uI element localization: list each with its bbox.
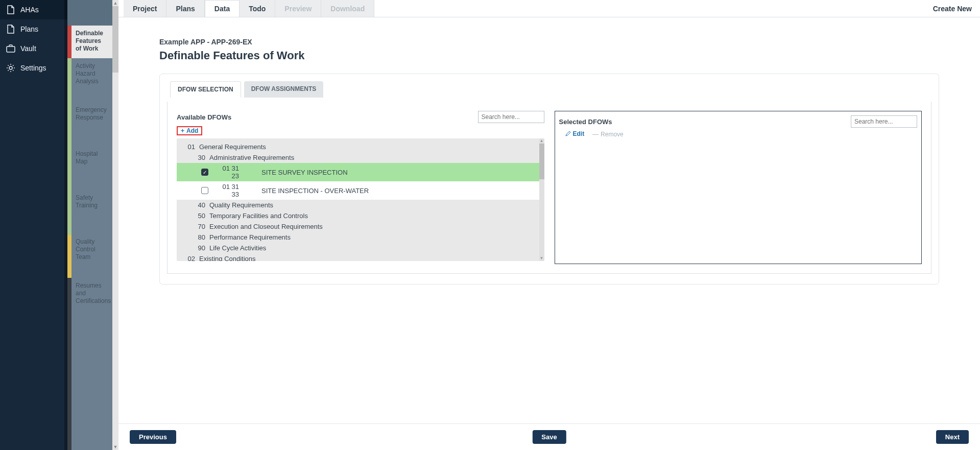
selected-search-input[interactable] xyxy=(851,115,917,128)
tree-row[interactable]: 01 31 33SITE INSPECTION - OVER-WATER xyxy=(177,181,544,200)
checkbox-icon[interactable] xyxy=(201,187,208,194)
tree-scrollbar[interactable]: ▲ ▼ xyxy=(539,138,544,261)
strip-top-accent xyxy=(71,0,112,26)
strip-item-label: Quality Control Team xyxy=(76,238,108,261)
strip-item-qc[interactable]: Quality Control Team xyxy=(71,234,112,278)
tree-code: 02 xyxy=(180,255,195,261)
tree-label: Quality Requirements xyxy=(209,201,273,209)
tree-row[interactable]: 30Administrative Requirements xyxy=(177,152,544,163)
selected-column: Selected DFOWs Edit — xyxy=(555,111,922,264)
strip-color-bar xyxy=(67,0,71,450)
tree-row[interactable]: ✓01 31 23SITE SURVEY INSPECTION xyxy=(177,163,544,181)
tab-label: Project xyxy=(133,5,157,13)
subtab-selection[interactable]: DFOW SELECTION xyxy=(170,81,241,98)
tree-label: General Requirements xyxy=(199,143,266,151)
nav-label: Vault xyxy=(20,44,36,53)
strip-item-label: Safety Training xyxy=(76,194,108,209)
scroll-thumb[interactable] xyxy=(539,144,544,179)
content-scroll: Example APP - APP-269-EX Definable Featu… xyxy=(118,17,980,423)
strip-item-resumes[interactable]: Resumes and Certifications xyxy=(71,278,112,322)
tab-plans[interactable]: Plans xyxy=(166,0,204,17)
nav-item-ahas[interactable]: AHAs xyxy=(0,0,67,19)
selected-title: Selected DFOWs xyxy=(559,118,612,126)
tab-label: Data xyxy=(214,5,230,13)
tab-label: Preview xyxy=(284,5,312,13)
plus-icon: + xyxy=(181,127,184,134)
subtab-assignments[interactable]: DFOW ASSIGNMENTS xyxy=(244,81,324,98)
main-area: Project Plans Data Todo Preview Download… xyxy=(118,0,980,450)
strip-item-label: Activity Hazard Analysis xyxy=(76,62,108,85)
scroll-up-icon[interactable]: ▲ xyxy=(112,0,118,6)
svg-point-1 xyxy=(9,66,12,69)
tab-download: Download xyxy=(321,0,374,17)
nav-label: Settings xyxy=(20,64,46,72)
strip-item-label: Emergency Response xyxy=(76,106,108,122)
nav-item-settings[interactable]: Settings xyxy=(0,58,67,78)
tree-code: 40 xyxy=(190,201,205,209)
add-label: Add xyxy=(186,127,198,134)
tab-label: Todo xyxy=(249,5,266,13)
strip-scrollbar[interactable]: ▲ ▼ xyxy=(112,0,118,450)
breadcrumb: Example APP - APP-269-EX xyxy=(159,38,939,46)
tree-row[interactable]: 70Execution and Closeout Requirements xyxy=(177,221,544,232)
remove-button: — Remove xyxy=(592,131,624,138)
tree-label: SITE SURVEY INSPECTION xyxy=(261,169,348,176)
edit-button[interactable]: Edit xyxy=(565,130,585,137)
tree-label: Performance Requirements xyxy=(209,233,291,241)
strip-item-safety[interactable]: Safety Training xyxy=(71,190,112,234)
create-new-link[interactable]: Create New xyxy=(925,5,980,13)
tab-data[interactable]: Data xyxy=(205,0,240,17)
strip-list: Definable Features of Work Activity Haza… xyxy=(71,0,112,450)
nav-label: AHAs xyxy=(20,6,39,14)
top-tabbar: Project Plans Data Todo Preview Download… xyxy=(118,0,980,17)
available-title: Available DFOWs xyxy=(177,113,231,121)
tree-label: SITE INSPECTION - OVER-WATER xyxy=(261,187,369,195)
available-column: Available DFOWs + Add 01General Requirem… xyxy=(177,111,544,264)
tree-row[interactable]: 02Existing Conditions xyxy=(177,253,544,261)
gear-icon xyxy=(6,63,15,73)
tree-code: 80 xyxy=(190,233,205,241)
available-tree: 01General Requirements30Administrative R… xyxy=(177,138,544,261)
nav-item-plans[interactable]: Plans xyxy=(0,19,67,39)
previous-button[interactable]: Previous xyxy=(130,430,176,444)
tab-label: Download xyxy=(330,5,365,13)
available-search-input[interactable] xyxy=(478,111,544,123)
tree-row[interactable]: 50Temporary Facilities and Controls xyxy=(177,210,544,221)
tree-label: Execution and Closeout Requirements xyxy=(209,223,323,230)
nav-label: Plans xyxy=(20,25,38,33)
strip-item-emergency[interactable]: Emergency Response xyxy=(71,102,112,146)
page-title: Definable Features of Work xyxy=(159,49,939,62)
file-icon xyxy=(6,5,15,14)
tree-row[interactable]: 80Performance Requirements xyxy=(177,232,544,243)
tree-row[interactable]: 40Quality Requirements xyxy=(177,200,544,210)
strip-item-label: Resumes and Certifications xyxy=(76,282,108,305)
tab-project[interactable]: Project xyxy=(124,0,166,17)
tree-row[interactable]: 90Life Cycle Activities xyxy=(177,243,544,253)
strip-item-aha[interactable]: Activity Hazard Analysis xyxy=(71,58,112,102)
save-button[interactable]: Save xyxy=(532,430,566,444)
tree-code: 90 xyxy=(190,244,205,252)
tree-code: 50 xyxy=(190,212,205,220)
scroll-thumb[interactable] xyxy=(112,6,118,73)
strip-item-label: Definable Features of Work xyxy=(76,30,108,53)
tab-preview: Preview xyxy=(275,0,321,17)
tab-label: Plans xyxy=(176,5,195,13)
edit-label: Edit xyxy=(573,130,585,137)
strip-item-label: Hospital Map xyxy=(76,150,108,165)
tree-label: Temporary Facilities and Controls xyxy=(209,212,308,220)
secondary-sidebar: Definable Features of Work Activity Haza… xyxy=(67,0,118,450)
scroll-down-icon[interactable]: ▼ xyxy=(539,256,544,261)
strip-item-dfow[interactable]: Definable Features of Work xyxy=(71,26,112,58)
strip-item-hospital[interactable]: Hospital Map xyxy=(71,146,112,190)
nav-item-vault[interactable]: Vault xyxy=(0,39,67,58)
checkbox-icon[interactable]: ✓ xyxy=(201,169,208,176)
next-button[interactable]: Next xyxy=(936,430,969,444)
tab-todo[interactable]: Todo xyxy=(240,0,275,17)
subtabs: DFOW SELECTION DFOW ASSIGNMENTS xyxy=(170,81,931,98)
tree-code: 70 xyxy=(190,223,205,230)
scroll-up-icon[interactable]: ▲ xyxy=(539,138,544,144)
tree-row[interactable]: 01General Requirements xyxy=(177,141,544,152)
scroll-down-icon[interactable]: ▼ xyxy=(112,444,118,450)
add-button[interactable]: + Add xyxy=(177,126,202,135)
briefcase-icon xyxy=(6,44,15,53)
